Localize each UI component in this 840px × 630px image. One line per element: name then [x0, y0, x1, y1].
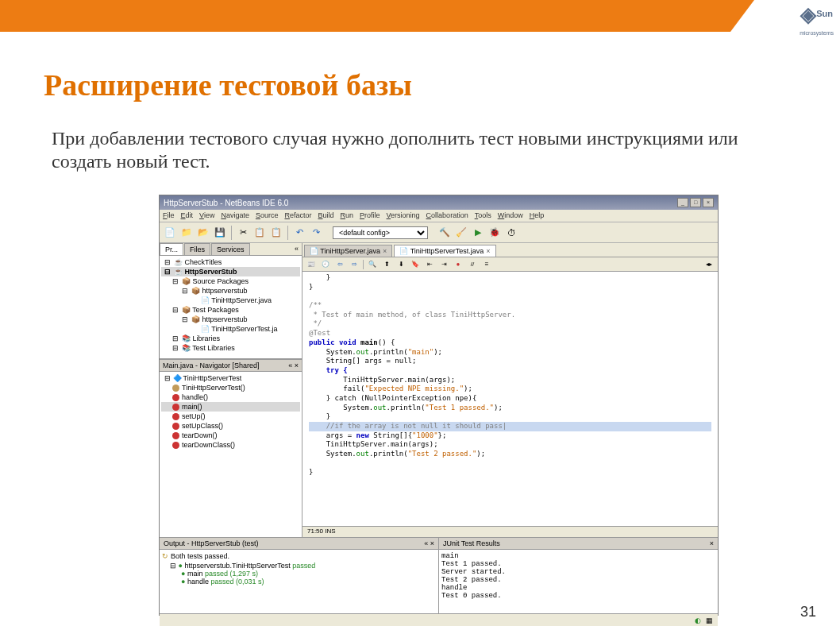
menu-versioning[interactable]: Versioning [387, 211, 420, 220]
navigator-item[interactable]: setUp() [161, 412, 300, 421]
menu-tools[interactable]: Tools [475, 211, 491, 220]
history-icon[interactable]: 🕘 [320, 259, 331, 270]
menu-navigate[interactable]: Navigate [221, 211, 249, 220]
new-file-icon[interactable]: 📄 [163, 226, 177, 240]
menu-window[interactable]: Window [498, 211, 523, 220]
macro-icon[interactable]: ● [453, 259, 464, 270]
netbeans-ide-window: HttpServerStub - NetBeans IDE 6.0 _ □ × … [159, 195, 719, 616]
navigator-item[interactable]: tearDownClass() [161, 440, 300, 450]
paste-icon[interactable]: 📋 [269, 226, 283, 240]
clean-build-icon[interactable]: 🧹 [454, 226, 468, 240]
forward-icon[interactable]: ⇨ [349, 259, 360, 270]
maximize-button[interactable]: □ [690, 198, 701, 207]
project-tree-node[interactable]: ⊟📦 Test Packages [169, 305, 300, 315]
tests-summary: Both tests passed. [171, 552, 229, 560]
minimize-button[interactable]: _ [677, 198, 688, 207]
project-tree-node[interactable]: ⊟📚 Libraries [169, 334, 300, 343]
navigator-item[interactable]: setUpClass() [161, 421, 300, 431]
navigator-root[interactable]: ⊟ 🔷 TiniHttpServerTest [161, 373, 300, 383]
menu-build[interactable]: Build [318, 211, 333, 220]
slide-body-text: При добавлении тестового случая нужно до… [52, 127, 782, 173]
slide-title: Расширение тестовой базы [44, 68, 412, 102]
editor-tab[interactable]: 📄 TiniHttpServer.java × [304, 245, 392, 257]
junit-output-line: Server started. [441, 568, 715, 576]
menu-bar: FileEditViewNavigateSourceRefactorBuildR… [160, 210, 718, 222]
prev-bookmark-icon[interactable]: ⬆ [381, 259, 392, 270]
comment-icon[interactable]: // [467, 259, 478, 270]
navigator-controls[interactable]: « × [288, 361, 299, 369]
panel-close-icon[interactable]: × [710, 539, 714, 547]
code-editor[interactable]: } } /** * Test of main method, of class … [302, 272, 718, 526]
menu-source[interactable]: Source [256, 211, 279, 220]
build-icon[interactable]: 🔨 [437, 226, 452, 240]
project-tree-node[interactable]: ⊟📦 Source Packages [169, 276, 300, 286]
close-button[interactable]: × [703, 198, 714, 207]
menu-edit[interactable]: Edit [181, 211, 194, 220]
test-result-row[interactable]: ● handle passed (0,031 s) [181, 578, 436, 586]
run-icon[interactable]: ▶ [471, 226, 485, 240]
uncomment-icon[interactable]: ≡ [481, 259, 492, 270]
find-selection-icon[interactable]: 🔍 [367, 259, 378, 270]
source-view-icon[interactable]: 📰 [306, 259, 317, 270]
copy-icon[interactable]: 📋 [252, 226, 267, 240]
panel-hide-icon[interactable]: « [291, 243, 302, 255]
navigator-item[interactable]: handle() [161, 392, 300, 402]
debug-icon[interactable]: 🐞 [487, 226, 502, 240]
bookmark-icon[interactable]: 🔖 [410, 259, 421, 270]
project-tree-node[interactable]: ⊟📚 Test Libraries [169, 343, 300, 353]
cut-icon[interactable]: ✂ [236, 226, 250, 240]
editor-tab[interactable]: 📄 TiniHttpServerTest.java × [394, 245, 495, 257]
project-tree-node[interactable]: 📄 TiniHttpServerTest.ja [188, 324, 300, 334]
project-tree-node[interactable]: 📄 TiniHttpServer.java [188, 296, 300, 305]
menu-view[interactable]: View [199, 211, 214, 220]
next-bookmark-icon[interactable]: ⬇ [395, 259, 407, 270]
config-select[interactable]: <default config> [333, 226, 428, 239]
test-result-row[interactable]: ● main passed (1,297 s) [181, 570, 436, 578]
junit-output-line: Test 2 passed. [441, 576, 715, 584]
tab-projects[interactable]: Pr... [160, 243, 183, 255]
project-tree-node[interactable]: ⊟📦 httpserverstub [179, 286, 300, 296]
tab-files[interactable]: Files [184, 243, 210, 255]
editor-tabs: 📄 TiniHttpServer.java ×📄 TiniHttpServerT… [302, 243, 718, 257]
project-tree-node[interactable]: ⊟📦 httpserverstub [179, 315, 300, 324]
slide-page-number: 31 [800, 604, 816, 620]
menu-file[interactable]: File [163, 211, 175, 220]
shift-right-icon[interactable]: ⇥ [438, 259, 449, 270]
navigator-title: Main.java - Navigator [Shared] [163, 361, 260, 369]
tab-close-icon[interactable]: × [486, 247, 490, 255]
menu-refactor[interactable]: Refactor [284, 211, 311, 220]
menu-help[interactable]: Help [530, 211, 545, 220]
test-result-row[interactable]: ⊟ ● httpserverstub.TiniHttpServerTest pa… [170, 562, 436, 570]
menu-run[interactable]: Run [341, 211, 354, 220]
redo-icon[interactable]: ↷ [309, 226, 323, 240]
panel-close-icon[interactable]: « × [424, 539, 434, 547]
new-project-icon[interactable]: 📁 [179, 226, 194, 240]
menu-profile[interactable]: Profile [360, 211, 380, 220]
editor-nav-icon[interactable]: ◂▸ [703, 259, 715, 270]
ide-titlebar[interactable]: HttpServerStub - NetBeans IDE 6.0 _ □ × [160, 195, 718, 210]
navigator-tree: ⊟ 🔷 TiniHttpServerTest TiniHttpServerTes… [160, 372, 302, 537]
junit-output-line: main [441, 552, 715, 560]
toolbar-separator [287, 226, 288, 240]
back-icon[interactable]: ⇦ [334, 259, 345, 270]
open-icon[interactable]: 📂 [196, 226, 210, 240]
toolbar-separator [231, 226, 232, 240]
menu-collaboration[interactable]: Collaboration [426, 211, 468, 220]
project-tree-node[interactable]: ⊟☕ CheckTitles [161, 257, 300, 267]
navigator-item[interactable]: main() [161, 402, 300, 412]
save-all-icon[interactable]: 💾 [213, 226, 227, 240]
profile-icon[interactable]: ⏱ [504, 226, 518, 240]
navigator-item[interactable]: tearDown() [161, 431, 300, 440]
project-tree-node[interactable]: ⊟☕ HttpServerStub [161, 267, 300, 276]
junit-output-line: handle [441, 584, 715, 592]
run-again-icon[interactable]: ↻ [162, 552, 168, 560]
ide-status-bar: ◐ ▦ [160, 613, 718, 626]
shift-left-icon[interactable]: ⇤ [424, 259, 435, 270]
tab-services[interactable]: Services [211, 243, 250, 255]
project-panel-tabs: Pr... Files Services « [160, 243, 302, 256]
undo-icon[interactable]: ↶ [292, 226, 306, 240]
sun-logo: ◈Sun microsystems [800, 2, 834, 37]
brand-sub: microsystems [800, 30, 834, 36]
tab-close-icon[interactable]: × [383, 247, 387, 255]
navigator-item[interactable]: TiniHttpServerTest() [161, 383, 300, 392]
